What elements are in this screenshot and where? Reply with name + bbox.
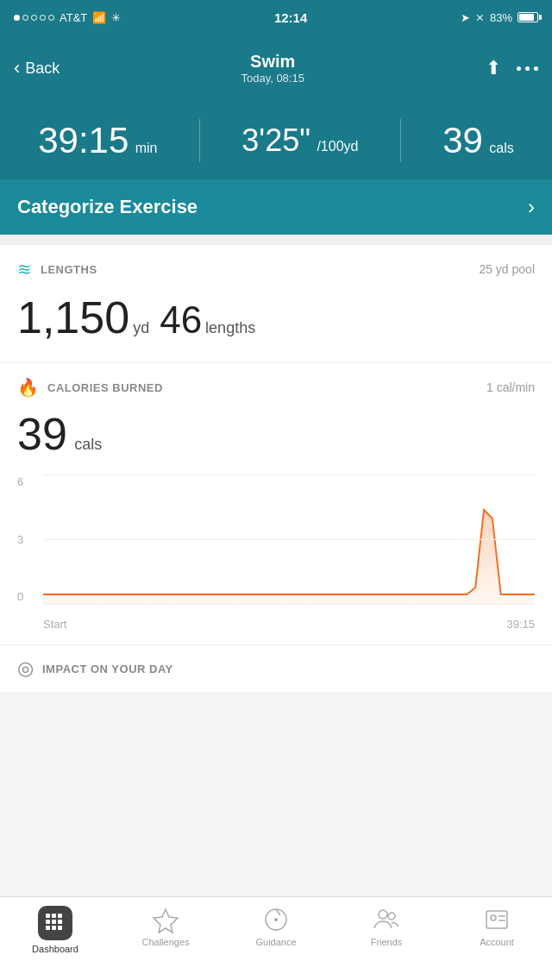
impact-icon: ◎ bbox=[17, 657, 34, 680]
wifi-icon: 📶 bbox=[92, 11, 106, 24]
wave-icon: ≋ bbox=[17, 259, 32, 280]
svg-rect-2 bbox=[58, 914, 62, 918]
categorize-banner[interactable]: Categorize Exercise › bbox=[0, 179, 552, 235]
dashboard-icon-bg bbox=[38, 906, 72, 940]
svg-rect-8 bbox=[58, 926, 62, 930]
signal-dot-5 bbox=[48, 15, 54, 21]
chart-fill bbox=[43, 510, 535, 605]
duration-unit: min bbox=[135, 141, 158, 155]
page-title: Swim bbox=[241, 52, 304, 72]
svg-rect-4 bbox=[52, 920, 56, 924]
friends-label: Friends bbox=[371, 937, 403, 947]
more-dot-3 bbox=[534, 66, 538, 71]
section-gap-1 bbox=[0, 235, 552, 245]
nav-item-challenges[interactable]: Challenges bbox=[110, 906, 221, 947]
location-icon: ➤ bbox=[461, 11, 470, 24]
account-icon bbox=[483, 906, 511, 933]
svg-point-11 bbox=[274, 918, 278, 921]
chart-x-end: 39:15 bbox=[506, 618, 535, 631]
lengths-meta: 25 yd pool bbox=[479, 262, 535, 276]
signal-dots bbox=[14, 15, 54, 21]
lengths-label: LENGTHS bbox=[41, 263, 97, 276]
status-left: AT&T 📶 ✳ bbox=[14, 11, 121, 24]
chart-x-labels: Start 39:15 bbox=[43, 618, 535, 631]
guidance-label: Guidance bbox=[255, 937, 296, 947]
chart-y-label-0: 0 bbox=[17, 590, 23, 603]
chart-x-start: Start bbox=[43, 618, 66, 631]
account-label: Account bbox=[480, 937, 514, 947]
back-chevron-icon: ‹ bbox=[14, 57, 20, 79]
lengths-count-value: 46 bbox=[160, 298, 202, 342]
battery-icon bbox=[518, 12, 538, 22]
stat-divider-1 bbox=[199, 119, 200, 162]
dashboard-icon bbox=[43, 911, 67, 935]
stat-divider-2 bbox=[400, 119, 401, 162]
lengths-title-row: ≋ LENGTHS bbox=[17, 259, 97, 280]
categorize-label: Categorize Exercise bbox=[17, 196, 198, 218]
back-button[interactable]: ‹ Back bbox=[14, 57, 60, 79]
status-right: ➤ ⨯ 83% bbox=[461, 11, 538, 24]
distance-value: 1,150 bbox=[17, 292, 129, 343]
stats-row: 39:15 min 3'25" /100yd 39 cals bbox=[0, 110, 552, 179]
more-dot-1 bbox=[517, 66, 521, 71]
svg-rect-3 bbox=[46, 920, 50, 924]
activity-icon: ✳ bbox=[111, 11, 121, 24]
status-time: 12:14 bbox=[274, 10, 307, 25]
nav-title-group: Swim Today, 08:15 bbox=[241, 52, 304, 85]
nav-item-account[interactable]: Account bbox=[442, 906, 552, 947]
share-icon[interactable]: ⬆ bbox=[486, 57, 501, 79]
nav-actions: ⬆ bbox=[486, 57, 538, 79]
svg-rect-15 bbox=[486, 911, 507, 928]
friends-icon bbox=[373, 906, 400, 933]
challenges-icon bbox=[152, 906, 179, 933]
lengths-values: 1,150 yd 46 lengths bbox=[17, 286, 535, 349]
calories-big-value: 39 bbox=[17, 409, 67, 459]
svg-rect-0 bbox=[46, 914, 50, 918]
more-dot-2 bbox=[525, 66, 530, 71]
calories-meta: 1 cal/min bbox=[486, 380, 535, 394]
bluetooth-icon: ⨯ bbox=[475, 11, 485, 24]
chart-y-labels: 0 3 6 bbox=[17, 475, 23, 605]
svg-point-13 bbox=[379, 910, 387, 919]
dashboard-label: Dashboard bbox=[32, 944, 78, 954]
status-bar: AT&T 📶 ✳ 12:14 ➤ ⨯ 83% bbox=[0, 0, 552, 35]
pace-value: 3'25" bbox=[242, 122, 310, 158]
challenges-label: Challenges bbox=[141, 937, 189, 947]
calories-chart: 0 3 6 Start bbox=[17, 475, 535, 631]
chart-y-label-3: 3 bbox=[17, 533, 23, 546]
calories-unit: cals bbox=[489, 141, 513, 155]
page-subtitle: Today, 08:15 bbox=[241, 72, 304, 85]
calories-header: 🔥 CALORIES BURNED 1 cal/min bbox=[17, 377, 535, 398]
gridline-6 bbox=[43, 474, 535, 475]
stat-duration: 39:15 min bbox=[38, 122, 157, 159]
stat-pace: 3'25" /100yd bbox=[242, 125, 358, 156]
nav-item-dashboard[interactable]: Dashboard bbox=[0, 906, 110, 954]
calories-big-unit: cals bbox=[74, 436, 102, 453]
svg-rect-6 bbox=[46, 926, 50, 930]
svg-marker-9 bbox=[154, 909, 178, 933]
svg-point-14 bbox=[388, 913, 395, 920]
pace-unit: /100yd bbox=[317, 139, 358, 154]
bottom-nav: Dashboard Challenges Guidance Friends bbox=[0, 896, 552, 980]
nav-item-friends[interactable]: Friends bbox=[331, 906, 442, 947]
signal-dot-4 bbox=[40, 15, 46, 21]
chart-area bbox=[43, 475, 535, 605]
signal-dot-3 bbox=[31, 15, 37, 21]
gridline-3 bbox=[43, 539, 535, 540]
battery-percent: 83% bbox=[490, 11, 512, 24]
svg-point-16 bbox=[491, 915, 496, 920]
calories-label: CALORIES BURNED bbox=[47, 381, 163, 394]
svg-rect-5 bbox=[58, 920, 62, 924]
flame-icon: 🔥 bbox=[17, 377, 39, 398]
stat-calories: 39 cals bbox=[442, 122, 514, 159]
signal-dot-2 bbox=[22, 15, 28, 21]
battery-fill bbox=[519, 14, 534, 21]
back-label: Back bbox=[25, 60, 60, 78]
more-button[interactable] bbox=[517, 66, 538, 71]
distance-unit: yd bbox=[133, 319, 149, 337]
calories-value-row: 39 cals bbox=[17, 405, 535, 467]
lengths-header: ≋ LENGTHS 25 yd pool bbox=[17, 259, 535, 280]
carrier-label: AT&T bbox=[60, 11, 87, 24]
chart-line bbox=[43, 510, 535, 594]
nav-item-guidance[interactable]: Guidance bbox=[221, 906, 331, 947]
